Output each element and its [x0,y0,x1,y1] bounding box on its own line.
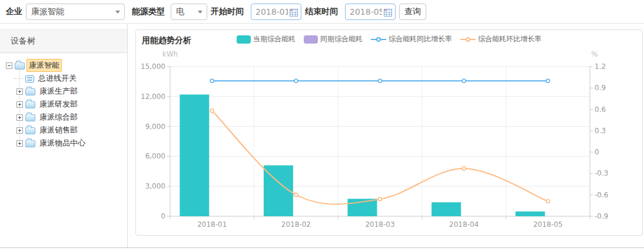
legend-item-3[interactable]: 综合能耗环比增长率 [460,34,542,44]
device-tree-header: 设备树 [0,29,127,53]
start-time-picker[interactable] [251,4,301,20]
line-marker [294,193,298,197]
tree-node-label[interactable]: 总进线开关 [36,72,79,85]
legend-bar-swatch [237,35,251,44]
tree-node-label[interactable]: 康派智能 [26,59,62,72]
legend-item-2[interactable]: 综合能耗同比增长率 [371,34,452,44]
folder-icon [25,114,35,121]
line-marker [546,79,550,82]
legend-line-icon [460,35,476,44]
grid-lines [170,67,590,216]
tree-node-5[interactable]: 康派销售部 [16,124,127,137]
tree-node-3[interactable]: 康派研发部 [16,98,127,111]
legend-label: 综合能耗同比增长率 [389,34,452,44]
page-bottom-divider [0,247,644,248]
line-marker [210,109,214,113]
line-marker [379,197,382,201]
tree-connector [16,75,25,82]
tree-node-label[interactable]: 康派销售部 [37,124,80,137]
expand-icon[interactable] [16,127,23,134]
right-axis-name: % [591,50,597,58]
x-axis-tick: 2018-05 [533,220,563,229]
tree-node-1[interactable]: 总进线开关 [16,72,127,85]
tree-node-label[interactable]: 康派物品中心 [37,137,88,150]
start-time-label: 开始时间 [211,6,244,17]
calendar-icon[interactable] [290,8,298,16]
line-marker [462,79,466,82]
bar-series-0[interactable] [180,94,545,216]
left-axis-tick: 15,000 [141,62,165,71]
energy-monitor-page: 企业 康派智能 能源类型 电 开始时间 结束时间 [0,0,644,251]
left-axis-tick: 12,000 [141,93,165,101]
legend-bar-swatch [304,35,318,44]
legend-label: 综合能耗环比增长率 [478,34,542,44]
axes [167,67,593,219]
expand-icon[interactable] [16,114,23,121]
tree-node-label[interactable]: 康派综合部 [37,111,80,124]
chevron-down-icon [198,11,203,14]
query-button[interactable]: 查询 [399,4,426,20]
end-time-label: 结束时间 [305,6,338,17]
line-series-0[interactable] [210,79,549,82]
line-marker [294,79,298,82]
left-axis-name: kWh [162,50,178,58]
enterprise-label: 企业 [6,6,22,17]
tree-node-6[interactable]: 康派物品中心 [16,137,127,150]
tree-node-2[interactable]: 康派生产部 [16,85,127,98]
line-path [212,111,547,204]
left-axis-tick: 3,000 [145,182,165,190]
folder-icon [25,127,35,134]
calendar-icon[interactable] [384,8,392,16]
x-axis-tick: 2018-04 [449,220,479,229]
tree-node-0[interactable]: 康派智能 [6,59,127,72]
end-time-picker[interactable] [345,4,396,20]
expand-icon[interactable] [16,101,23,108]
right-axis-tick: 1.2 [595,62,606,71]
legend-item-1[interactable]: 同期综合能耗 [304,34,363,44]
right-axis-tick: -0.3 [595,169,608,177]
trend-chart: 15,00012,0009,0006,0003,00001.20.90.60.3… [136,30,642,235]
energy-type-select-value: 电 [176,6,184,17]
expand-icon[interactable] [16,88,23,95]
energy-type-label: 能源类型 [132,6,165,17]
bar [431,202,461,216]
tree-node-label[interactable]: 康派研发部 [37,98,80,111]
bar [516,212,545,216]
expand-icon[interactable] [16,140,23,147]
enterprise-select-value: 康派智能 [31,6,64,17]
top-toolbar: 企业 康派智能 能源类型 电 开始时间 结束时间 [0,0,644,24]
right-axis-tick: 0 [595,148,599,156]
right-axis-tick: 0.6 [595,105,606,114]
line-marker [546,200,550,203]
bar [180,94,209,216]
legend-item-0[interactable]: 当期综合能耗 [237,34,296,44]
legend-line-icon [371,35,386,44]
start-time-input[interactable] [251,7,288,16]
legend-label: 当期综合能耗 [253,34,296,44]
folder-icon [15,62,25,70]
line-marker [210,79,214,82]
legend-label: 同期综合能耗 [320,34,363,44]
tree-node-label[interactable]: 康派生产部 [37,85,80,98]
right-axis-tick: 0.9 [595,84,606,92]
right-axis-tick: 0.3 [595,127,606,135]
end-time-input[interactable] [346,7,382,16]
x-axis-tick: 2018-01 [197,220,227,229]
left-axis-tick: 9,000 [145,123,165,131]
trend-panel: 15,00012,0009,0006,0003,00001.20.90.60.3… [135,29,643,236]
folder-icon [25,88,35,95]
device-tree-sidebar: 设备树 康派智能总进线开关康派生产部康派研发部康派综合部康派销售部康派物品中心 [0,24,128,247]
chevron-down-icon [115,11,120,14]
left-axis-tick: 0 [161,212,165,220]
right-axis-tick: -0.9 [595,212,608,220]
x-axis-tick: 2018-02 [281,220,311,229]
tree-node-4[interactable]: 康派综合部 [16,111,127,124]
collapse-icon[interactable] [6,62,12,69]
line-marker [462,167,466,170]
enterprise-select[interactable]: 康派智能 [26,4,125,20]
right-axis-tick: -0.6 [595,191,608,199]
energy-type-select[interactable]: 电 [171,4,207,20]
tree-children: 总进线开关康派生产部康派研发部康派综合部康派销售部康派物品中心 [16,72,127,150]
folder-icon [25,101,35,108]
x-axis-tick: 2018-03 [365,220,394,229]
